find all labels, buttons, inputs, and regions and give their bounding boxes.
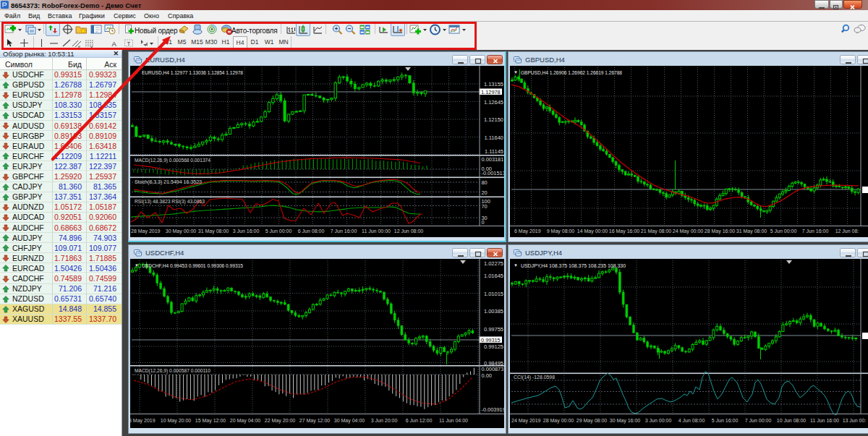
svg-text:31 May 08:00: 31 May 08:00 <box>198 228 229 234</box>
svg-text:1.12645: 1.12645 <box>484 99 503 106</box>
svg-text:28 May 00:00: 28 May 00:00 <box>543 418 574 424</box>
svg-text:0: 0 <box>482 219 485 226</box>
svg-text:3 Jun 20:00: 3 Jun 20:00 <box>371 418 398 423</box>
svg-text:70: 70 <box>482 203 488 210</box>
svg-text:0.99125: 0.99125 <box>484 343 503 350</box>
svg-text:30 May 00:00: 30 May 00:00 <box>166 228 197 234</box>
svg-text:0.00: 0.00 <box>482 372 492 379</box>
svg-text:1.00385: 1.00385 <box>484 308 503 315</box>
svg-text:MACD(12,26,9) 0.000587 0.00011: MACD(12,26,9) 0.000587 0.000110 <box>135 367 210 374</box>
svg-text:-0.003919: -0.003919 <box>482 406 505 413</box>
svg-text:12 Jun 08:00: 12 Jun 08:00 <box>394 228 424 234</box>
svg-text:7 Jun 16:00: 7 Jun 16:00 <box>802 228 829 234</box>
svg-text:12 Jun 08:: 12 Jun 08: <box>835 228 859 234</box>
svg-text:13 Jun 00:: 13 Jun 00: <box>843 418 867 423</box>
svg-text:80: 80 <box>482 179 488 186</box>
svg-text:20 May 04:00: 20 May 04:00 <box>230 418 261 424</box>
svg-text:14 May 00:00: 14 May 00:00 <box>577 228 608 234</box>
svg-text:1.12150: 1.12150 <box>484 116 503 123</box>
svg-text:9 May 08:00: 9 May 08:00 <box>547 228 575 234</box>
svg-text:28 May 16:00: 28 May 16:00 <box>705 228 736 234</box>
svg-text:0.000873: 0.000873 <box>482 366 504 372</box>
svg-text:-0.001513: -0.001513 <box>482 170 505 176</box>
svg-text:0.99755: 0.99755 <box>484 326 503 333</box>
svg-text:CCI(14) -128.0598: CCI(14) -128.0598 <box>514 374 555 380</box>
svg-text:▼: ▼ <box>514 263 518 268</box>
svg-text:6 Jun 12:00: 6 Jun 12:00 <box>406 418 433 423</box>
svg-text:1.13155: 1.13155 <box>484 81 503 87</box>
svg-text:1.12978: 1.12978 <box>481 89 501 95</box>
svg-text:20: 20 <box>482 189 488 196</box>
svg-text:7 Jun 00:00: 7 Jun 00:00 <box>745 418 772 423</box>
svg-text:11 Jun 16:00: 11 Jun 16:00 <box>810 418 839 423</box>
svg-text:6 May 2019: 6 May 2019 <box>514 228 541 234</box>
svg-text:RSI(13) 48.3823 RSI(3) 43.086: RSI(13) 48.3823 RSI(3) 43.0863 <box>135 198 205 205</box>
svg-text:16 May 16:00: 16 May 16:00 <box>609 228 640 234</box>
svg-text:GBPUSD,H4 1.26906 1.26962 1.2: GBPUSD,H4 1.26906 1.26962 1.26619 1.2678… <box>521 69 622 76</box>
svg-text:24 May 00:00: 24 May 00:00 <box>673 228 704 234</box>
svg-text:3 Jun 00:00: 3 Jun 00:00 <box>645 418 672 423</box>
svg-text:22 May 20:00: 22 May 20:00 <box>265 418 296 424</box>
svg-text:Stoch(8,3,3) 21.5494 16.3523: Stoch(8,3,3) 21.5494 16.3523 <box>135 179 202 185</box>
svg-text:▼: ▼ <box>514 70 518 74</box>
svg-text:1.01645: 1.01645 <box>484 273 503 279</box>
svg-text:15 May 12:00: 15 May 12:00 <box>195 418 226 424</box>
svg-text:1.02275: 1.02275 <box>484 260 503 267</box>
svg-text:29 May 08:00: 29 May 08:00 <box>576 418 608 424</box>
svg-text:10 Jun 08:00: 10 Jun 08:00 <box>777 418 807 423</box>
svg-text:11 Jun 04:00: 11 Jun 04:00 <box>439 418 468 423</box>
svg-text:31 May 08:00: 31 May 08:00 <box>736 228 767 234</box>
svg-text:▼: ▼ <box>135 263 139 268</box>
svg-text:1.11145: 1.11145 <box>485 148 503 155</box>
svg-text:8 May 2019: 8 May 2019 <box>130 418 156 424</box>
svg-text:5 Jun 16:00: 5 Jun 16:00 <box>712 418 739 423</box>
svg-text:0.003181: 0.003181 <box>482 156 504 163</box>
svg-text:30 May 04:00: 30 May 04:00 <box>334 418 365 424</box>
svg-text:USDCHF,H4 0.99453 0.99601 0.9: USDCHF,H4 0.99453 0.99601 0.99306 0.9931… <box>142 262 243 269</box>
svg-text:6 Jun 08:00: 6 Jun 08:00 <box>298 228 325 234</box>
svg-text:1.01015: 1.01015 <box>484 291 503 297</box>
svg-text:5 Jun 00:00: 5 Jun 00:00 <box>265 228 292 234</box>
svg-text:7 Jun 16:00: 7 Jun 16:00 <box>331 228 357 234</box>
svg-text:0.99315: 0.99315 <box>481 337 501 343</box>
svg-text:10 May 20:00: 10 May 20:00 <box>161 418 192 424</box>
svg-text:30 May 16:00: 30 May 16:00 <box>610 418 641 424</box>
svg-text:3 Jun 16:00: 3 Jun 16:00 <box>233 228 260 234</box>
svg-text:21 May 08:00: 21 May 08:00 <box>641 228 672 234</box>
svg-text:1.11640: 1.11640 <box>484 134 503 141</box>
svg-text:11 Jun 00:00: 11 Jun 00:00 <box>362 228 391 234</box>
svg-text:5 Jun 00:00: 5 Jun 00:00 <box>770 228 797 234</box>
svg-text:24 May 2019: 24 May 2019 <box>511 418 541 424</box>
svg-text:4 Jun 08:00: 4 Jun 08:00 <box>678 418 705 423</box>
svg-text:27 May 12:00: 27 May 12:00 <box>299 418 331 424</box>
svg-text:28 May 2019: 28 May 2019 <box>131 228 161 234</box>
svg-text:USDJPY,H4 108.375 108.375 108: USDJPY,H4 108.375 108.375 108.235 108.33… <box>521 262 626 269</box>
